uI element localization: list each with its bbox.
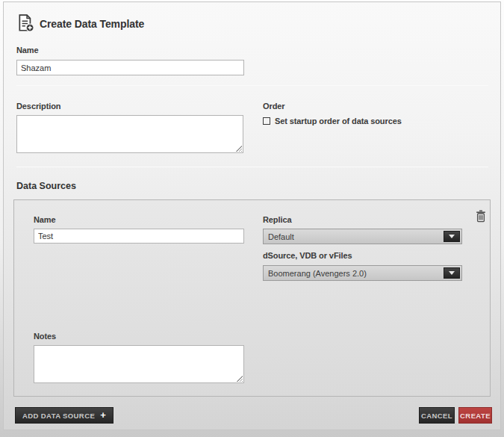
name-label: Name	[16, 46, 39, 55]
dsource-label: dSource, VDB or vFiles	[263, 251, 352, 260]
trash-icon[interactable]	[476, 210, 486, 223]
startup-order-checkbox[interactable]	[263, 117, 270, 125]
create-data-template-dialog: Create Data Template Name Description Or…	[3, 1, 501, 430]
dropdown-arrow-button[interactable]	[444, 267, 460, 279]
chevron-down-icon	[449, 271, 455, 275]
replica-label: Replica	[263, 215, 291, 224]
replica-dropdown[interactable]: Default	[263, 229, 462, 244]
dsource-dropdown[interactable]: Boomerang (Avengers 2.0)	[263, 265, 462, 281]
description-textarea[interactable]	[16, 115, 243, 153]
description-label: Description	[16, 102, 60, 111]
data-source-panel: Name Replica Default dSource, VDB or vFi…	[13, 199, 491, 397]
add-data-source-button[interactable]: ADD DATA SOURCE +	[15, 407, 113, 424]
add-data-source-label: ADD DATA SOURCE	[22, 412, 95, 420]
dropdown-arrow-button[interactable]	[444, 231, 460, 242]
dsource-selected-value: Boomerang (Avengers 2.0)	[264, 269, 461, 278]
source-name-input[interactable]	[34, 229, 244, 244]
divider	[16, 167, 488, 167]
replica-selected-value: Default	[264, 232, 461, 241]
page: { "dialog": { "title": "Create Data Temp…	[0, 0, 504, 437]
document-add-icon	[16, 13, 36, 33]
startup-order-option[interactable]: Set startup order of data sources	[263, 117, 402, 125]
notes-label: Notes	[34, 332, 56, 341]
source-name-label: Name	[34, 215, 56, 224]
data-sources-heading: Data Sources	[16, 181, 76, 191]
cancel-label: CANCEL	[421, 412, 452, 420]
order-label: Order	[263, 102, 284, 111]
chevron-down-icon	[449, 235, 455, 238]
name-input[interactable]	[16, 60, 244, 75]
create-button[interactable]: CREATE	[458, 407, 492, 424]
cancel-button[interactable]: CANCEL	[419, 407, 455, 424]
startup-order-checkbox-label: Set startup order of data sources	[275, 117, 402, 125]
create-label: CREATE	[460, 412, 491, 420]
plus-icon: +	[100, 412, 106, 419]
page-title: Create Data Template	[40, 18, 144, 30]
divider	[16, 85, 488, 86]
notes-textarea[interactable]	[34, 345, 244, 383]
